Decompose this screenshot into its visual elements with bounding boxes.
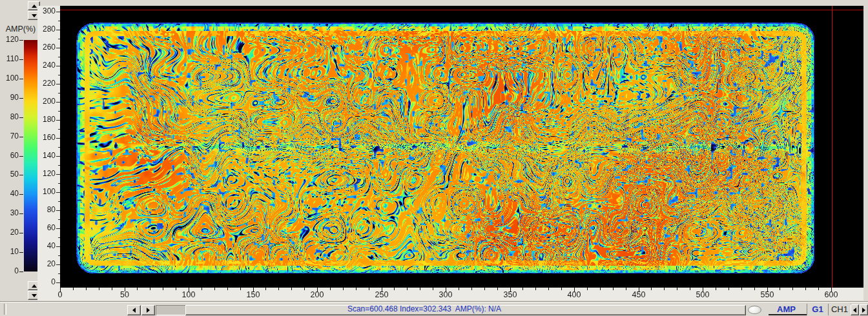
colorbar-tick: [19, 156, 23, 157]
scan-axis-tick: [728, 288, 729, 290]
scan-axis-tick-label: 250: [369, 290, 395, 299]
left-arrow-icon: [132, 308, 136, 313]
index-axis-tick-label: 240: [37, 61, 56, 70]
pan-indicator-icon: [748, 306, 761, 314]
index-axis-tick: [58, 129, 60, 130]
index-axis-tick: [56, 120, 60, 121]
scan-axis-tick: [613, 288, 614, 290]
index-axis-tick: [58, 147, 60, 148]
scan-axis-tick-label: 150: [240, 290, 266, 299]
scan-axis-tick: [664, 288, 665, 290]
tab-ch1[interactable]: CH1: [828, 304, 851, 315]
scan-axis-tick-label: 300: [433, 290, 459, 299]
index-axis-tick-label: 300: [37, 6, 56, 15]
index-axis-tick-label: 140: [37, 151, 56, 160]
up-arrow-icon: [32, 284, 37, 288]
index-axis-tick: [56, 228, 60, 229]
tab-scroll-left-button[interactable]: [851, 304, 859, 315]
colorbar-tick: [19, 252, 23, 253]
scan-axis-tick-label: 550: [754, 290, 780, 299]
index-axis-tick: [56, 264, 60, 265]
scan-axis-tick-label: 450: [626, 290, 652, 299]
scan-axis-tick: [805, 288, 806, 290]
index-axis-tick: [58, 39, 60, 39]
colorbar-tick: [19, 98, 23, 99]
scan-axis-tick: [600, 288, 601, 290]
scroll-left-button[interactable]: [127, 305, 141, 315]
scan-axis-tick: [792, 288, 793, 290]
scan-axis-tick: [420, 288, 420, 290]
index-axis-tick: [58, 273, 60, 274]
down-arrow-icon: [32, 294, 37, 297]
index-axis-tick: [58, 165, 60, 166]
index-axis-tick: [58, 57, 60, 57]
scan-axis-tick: [407, 288, 408, 290]
colorbar-tick-label: 60: [1, 151, 19, 160]
index-axis-tick: [58, 93, 60, 94]
scan-axis-tick: [471, 288, 472, 290]
colorbar-tick-label: 90: [1, 93, 19, 102]
scan-axis-tick-label: 50: [112, 290, 138, 299]
scan-axis-tick-label: 100: [176, 290, 202, 299]
colorbar-tick-label: 0: [1, 266, 19, 275]
index-axis-tick-label: 120: [37, 169, 56, 178]
colorbar-tick-label: 100: [1, 74, 19, 83]
index-axis-tick: [56, 48, 60, 48]
cscan-canvas[interactable]: [60, 6, 863, 288]
colorbar-tick: [19, 79, 23, 79]
scan-axis-tick: [150, 288, 150, 290]
index-axis-tick-label: 260: [37, 43, 56, 52]
index-axis-tick: [56, 156, 60, 157]
scan-axis-tick: [227, 288, 228, 290]
index-axis-tick: [56, 192, 60, 193]
colorbar-tick: [19, 59, 23, 60]
colorbar-tick-label: 120: [1, 35, 19, 44]
scan-axis-tick: [587, 288, 588, 290]
right-arrow-icon: [862, 308, 865, 313]
scan-axis-tick: [291, 288, 292, 290]
statusbar-separator: [4, 304, 6, 315]
index-axis-tick-label: 60: [37, 223, 56, 232]
colorbar-tick-label: 30: [1, 208, 19, 217]
index-axis-tick: [58, 183, 60, 184]
cscan-window: AMP(%) Scan=600.468 Index=302.343 AMP(%)…: [0, 0, 868, 316]
scan-axis-tick: [99, 288, 99, 290]
down-arrow-icon: [32, 14, 37, 17]
index-axis-tick: [56, 30, 60, 30]
tab-g1[interactable]: G1: [807, 304, 828, 315]
scan-axis-tick: [535, 288, 536, 290]
scan-axis-tick-label: 350: [497, 290, 523, 299]
index-axis-tick: [58, 21, 60, 21]
scan-axis-tick: [330, 288, 331, 290]
index-axis-tick-label: 0: [37, 277, 56, 286]
right-arrow-icon: [147, 308, 150, 313]
scroll-right-button[interactable]: [141, 305, 155, 315]
colorbar-tick: [19, 175, 23, 175]
index-axis-tick-label: 80: [37, 205, 56, 214]
scan-axis-tick: [677, 288, 677, 290]
colorbar-tick: [19, 40, 23, 41]
index-axis-tick: [56, 84, 60, 84]
index-axis-tick: [56, 66, 60, 66]
tab-scroll-right-button[interactable]: [860, 304, 868, 315]
cursor-readout: Scan=600.468 Index=302.343 AMP(%): N/A: [284, 304, 564, 313]
index-axis-tick: [58, 219, 60, 220]
colorbar-tick-label: 80: [1, 112, 19, 121]
scan-axis-tick: [459, 288, 459, 290]
index-axis-tick: [56, 12, 60, 12]
index-axis-tick: [56, 102, 60, 103]
scan-axis-tick: [356, 288, 356, 290]
index-axis-tick: [58, 111, 60, 112]
scan-axis-tick: [343, 288, 344, 290]
index-axis-tick: [58, 201, 60, 202]
index-axis-tick-label: 220: [37, 79, 56, 88]
colorbar-tick-label: 70: [1, 132, 19, 141]
scan-axis-tick: [86, 288, 87, 290]
scan-axis-tick-label: 200: [304, 290, 330, 299]
status-bar: Scan=600.468 Index=302.343 AMP(%): N/A A…: [0, 301, 868, 316]
index-axis-tick: [56, 246, 60, 247]
scan-axis-tick: [163, 288, 163, 290]
colorbar-tick-label: 50: [1, 170, 19, 179]
scan-axis-tick: [202, 288, 202, 290]
scan-axis-tick: [716, 288, 716, 290]
